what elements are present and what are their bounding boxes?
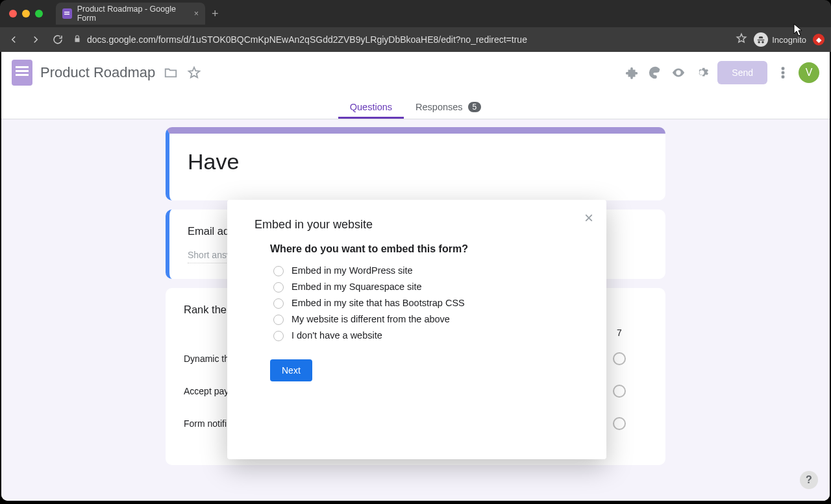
radio-input[interactable]: [273, 282, 284, 293]
palette-icon[interactable]: [647, 65, 663, 80]
responses-count-badge: 5: [468, 102, 482, 112]
browser-addressbar: docs.google.com/forms/d/1uSTOK0BQCmKpNEw…: [0, 27, 831, 52]
svg-point-2: [652, 70, 653, 71]
grid-radio[interactable]: [613, 417, 626, 430]
svg-rect-0: [64, 12, 69, 13]
embed-option-label: Embed in my Squarespace site: [291, 282, 422, 292]
radio-input[interactable]: [273, 266, 284, 276]
new-tab-button[interactable]: +: [212, 7, 219, 21]
embed-option-label: My website is different from the above: [291, 314, 450, 324]
star-icon[interactable]: [186, 65, 202, 80]
reload-button[interactable]: [51, 32, 65, 47]
tab-responses[interactable]: Responses 5: [404, 102, 493, 119]
embed-option[interactable]: Embed in my WordPress site: [270, 264, 579, 276]
tab-title: Product Roadmap - Google Form: [77, 5, 188, 23]
close-icon[interactable]: ×: [584, 210, 593, 226]
dialog-title: Embed in your website: [254, 218, 579, 232]
bookmark-star-icon[interactable]: [736, 32, 747, 47]
back-button[interactable]: [6, 32, 21, 47]
forms-header: Product Roadmap Send V: [1, 52, 830, 93]
browser-titlebar: Product Roadmap - Google Form × +: [0, 0, 831, 27]
move-to-folder-icon[interactable]: [163, 65, 179, 80]
grid-radio[interactable]: [613, 385, 626, 398]
next-button[interactable]: Next: [270, 359, 312, 381]
radio-input[interactable]: [273, 315, 284, 325]
editor-tabs: Questions Responses 5: [1, 93, 830, 119]
embed-option-label: Embed in my site that has Bootstrap CSS: [291, 298, 465, 308]
embed-option-label: I don't have a website: [291, 330, 382, 341]
grid-radio[interactable]: [613, 352, 626, 365]
embed-option[interactable]: My website is different from the above: [270, 313, 579, 325]
account-avatar[interactable]: V: [799, 62, 819, 83]
svg-point-3: [653, 68, 654, 69]
svg-point-8: [782, 75, 784, 77]
tab-questions[interactable]: Questions: [338, 102, 404, 119]
forms-favicon: [62, 8, 72, 19]
browser-tab[interactable]: Product Roadmap - Google Form ×: [56, 3, 205, 25]
notification-indicator[interactable]: ◆: [813, 34, 825, 45]
form-header-card[interactable]: Have: [166, 127, 665, 200]
incognito-icon: [754, 32, 768, 47]
embed-option[interactable]: Embed in my Squarespace site: [270, 280, 579, 293]
forms-logo-icon[interactable]: [12, 60, 32, 86]
tab-responses-label: Responses: [416, 102, 463, 112]
embed-dialog: × Embed in your website Where do you wan…: [227, 200, 606, 459]
svg-point-7: [782, 71, 784, 73]
address-field[interactable]: docs.google.com/forms/d/1uSTOK0BQCmKpNEw…: [73, 34, 728, 45]
help-button[interactable]: ?: [800, 471, 818, 489]
url-text: docs.google.com/forms/d/1uSTOK0BQCmKpNEw…: [87, 34, 527, 45]
svg-point-5: [658, 70, 659, 71]
window-minimize-dot[interactable]: [22, 10, 30, 18]
embed-option-label: Embed in my WordPress site: [291, 265, 413, 276]
svg-point-6: [782, 67, 784, 69]
embed-option[interactable]: I don't have a website: [270, 329, 579, 341]
addons-puzzle-icon[interactable]: [624, 65, 639, 80]
radio-input[interactable]: [273, 298, 284, 309]
window-close-dot[interactable]: [9, 10, 17, 18]
short-answer-placeholder: Short answ: [188, 250, 233, 263]
window-zoom-dot[interactable]: [35, 10, 43, 18]
more-menu-icon[interactable]: [775, 65, 791, 80]
radio-input[interactable]: [273, 331, 284, 341]
lock-icon: [73, 34, 82, 45]
form-heading[interactable]: Have: [188, 149, 647, 174]
svg-rect-1: [64, 14, 69, 15]
dialog-question: Where do you want to embed this form?: [270, 243, 579, 255]
svg-point-4: [656, 68, 657, 69]
incognito-indicator: Incognito: [754, 32, 806, 47]
form-title[interactable]: Product Roadmap: [40, 64, 155, 81]
embed-option[interactable]: Embed in my site that has Bootstrap CSS: [270, 296, 579, 309]
forward-button[interactable]: [29, 32, 43, 47]
incognito-label: Incognito: [772, 35, 806, 45]
send-button[interactable]: Send: [717, 61, 767, 84]
settings-gear-icon[interactable]: [694, 65, 710, 80]
close-icon[interactable]: ×: [194, 9, 199, 18]
preview-eye-icon[interactable]: [671, 65, 686, 80]
